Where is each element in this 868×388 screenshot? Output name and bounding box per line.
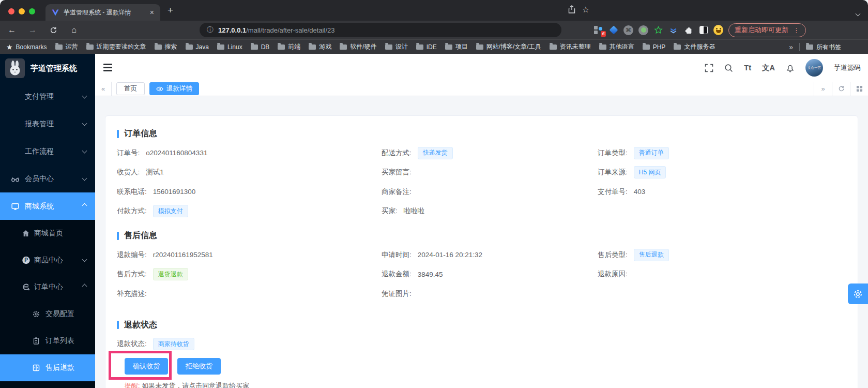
font-size-icon[interactable]: Tt — [744, 64, 751, 72]
browser-tab-title: 芋道管理系统 - 退款详情 — [64, 8, 145, 17]
all-bookmarks-button[interactable]: 所有书签 — [806, 43, 841, 52]
bookmark-folder[interactable]: 设计 — [385, 42, 408, 51]
tag-after-sale-method: 退货退款 — [153, 268, 188, 280]
bookmark-folder[interactable]: 搜索 — [155, 42, 177, 51]
extensions-puzzle-icon[interactable] — [683, 25, 693, 35]
field-pay-method: 付款方式:模拟支付 — [117, 202, 382, 221]
page-tabs-bar: « 首页 退款详情 » — [95, 82, 868, 96]
field-order-source: 订单来源:H5 网页 — [598, 163, 858, 183]
forward-icon[interactable]: → — [25, 21, 40, 39]
bookmark-folder[interactable]: 资讯未整理 — [550, 42, 591, 51]
sidebar-item-after-sale-refund[interactable]: 售后退款 — [0, 354, 95, 381]
bookmark-star-icon[interactable]: ☆ — [579, 0, 592, 19]
tag-after-sale-type: 售后退款 — [634, 249, 669, 261]
bookmark-folder[interactable]: IDE — [416, 43, 437, 51]
reject-receipt-button[interactable]: 拒绝收货 — [177, 358, 221, 375]
share-icon[interactable] — [565, 0, 578, 19]
field-extra-description: 补充描述: — [117, 284, 382, 304]
field-buyer: 买家:啦啦啦 — [382, 202, 598, 221]
browser-tab[interactable]: 芋道管理系统 - 退款详情 × — [45, 4, 160, 21]
tab-close-icon[interactable]: × — [150, 8, 154, 17]
member-glasses-icon — [11, 174, 20, 183]
bookmark-folder[interactable]: 前端 — [278, 42, 300, 51]
sidebar-item-member[interactable]: 会员中心 — [0, 165, 95, 192]
bookmark-folder[interactable]: Linux — [217, 43, 242, 51]
user-name: 芋道源码 — [834, 63, 861, 72]
chevron-up-icon — [82, 284, 87, 289]
bookmark-folder[interactable]: 近期需要读的文章 — [86, 42, 146, 51]
page-content: 订单信息 订单号:o202401160804331 收货人:测试1 联系电话:1… — [95, 96, 868, 388]
field-refund-reason: 退款原因: — [598, 265, 858, 285]
browser-update-button[interactable]: 重新启动即可更新 ⋮ — [728, 23, 806, 37]
window-minimize-button[interactable] — [19, 8, 25, 14]
extension-star-icon[interactable] — [653, 25, 663, 35]
language-icon[interactable]: 文A — [762, 63, 775, 73]
sidebar-item-mall-home[interactable]: 商城首页 — [0, 220, 95, 247]
sidebar-collapse-icon[interactable] — [103, 64, 112, 71]
sidebar-item-order-center[interactable]: 订单中心 — [0, 274, 95, 301]
folder-icon — [309, 44, 316, 50]
extension-layers-icon[interactable] — [668, 25, 678, 35]
sidebar-item-trade-config[interactable]: 交易配置 — [0, 301, 95, 327]
bell-icon[interactable] — [786, 64, 795, 72]
update-label: 重新启动即可更新 — [735, 25, 788, 35]
bookmark-folder[interactable]: Java — [186, 43, 209, 51]
sidebar-item-report[interactable]: 报表管理 — [0, 110, 95, 138]
sidebar-logo[interactable]: 芋道管理系统 — [0, 54, 95, 83]
tabs-refresh-icon[interactable] — [832, 82, 850, 96]
logo-avatar — [5, 58, 25, 78]
extension-kite-icon[interactable] — [608, 25, 618, 35]
tabs-layout-grid-icon[interactable] — [850, 82, 868, 96]
fullscreen-icon[interactable] — [705, 64, 713, 72]
home-icon[interactable]: ⌂ — [66, 21, 82, 39]
tab-search-icon[interactable] — [856, 8, 860, 18]
sidebar: 芋道管理系统 支付管理 报表管理 工作流程 会员中心 商城系统 — [0, 54, 95, 388]
bookmark-folder[interactable]: 项目 — [445, 42, 468, 51]
extension-darkmode-icon[interactable] — [698, 25, 708, 35]
extension-grid-icon[interactable]: 6 — [593, 25, 603, 35]
bookmark-folder[interactable]: 游戏 — [309, 42, 331, 51]
home-icon — [22, 229, 30, 237]
window-zoom-button[interactable] — [29, 8, 35, 14]
bookmark-folder[interactable]: 文件服务器 — [674, 42, 715, 51]
sidebar-item-mall[interactable]: 商城系统 — [0, 192, 95, 220]
new-tab-button[interactable]: + — [167, 5, 173, 16]
address-bar[interactable]: ⓘ 127.0.0.1/mall/trade/after-sale/detail… — [200, 23, 561, 37]
bookmark-folder[interactable]: 软件/硬件 — [340, 42, 376, 51]
page-info-icon[interactable]: ⓘ — [207, 25, 214, 35]
bookmark-folder[interactable]: 运营 — [55, 42, 78, 51]
clipboard-icon — [32, 337, 40, 345]
reload-icon[interactable] — [45, 21, 61, 39]
sidebar-item-workflow[interactable]: 工作流程 — [0, 138, 95, 165]
profile-avatar-emoji[interactable] — [713, 25, 723, 35]
bookmark-folder[interactable]: 其他语言 — [599, 42, 634, 51]
bookmark-folder[interactable]: PHP — [643, 43, 666, 51]
sidebar-item-payment[interactable]: 支付管理 — [0, 83, 95, 110]
confirm-receipt-button[interactable]: 确认收货 — [125, 358, 168, 375]
bookmark-folder[interactable]: 网站/博客/文章/工具 — [476, 42, 541, 51]
sidebar-item-product-center[interactable]: P 商品中心 — [0, 247, 95, 274]
field-delivery-method: 配送方式:快递发货 — [382, 143, 598, 163]
tabs-scroll-left-icon[interactable]: « — [95, 82, 112, 96]
chevron-down-icon — [82, 121, 87, 126]
extension-record-icon[interactable] — [638, 25, 648, 35]
bookmark-folder[interactable]: DB — [251, 43, 270, 51]
search-icon[interactable] — [724, 64, 733, 72]
bookmarks-overflow-chevron[interactable]: » — [789, 43, 793, 51]
back-icon[interactable]: ← — [4, 21, 20, 39]
theme-settings-button[interactable] — [848, 283, 868, 304]
gear-icon — [32, 310, 40, 318]
bookmarks-manager[interactable]: ★Bookmarks — [6, 43, 47, 51]
status-badge: 商家待收货 — [153, 338, 194, 350]
sidebar-item-order-list[interactable]: 订单列表 — [0, 327, 95, 354]
tab-refund-detail[interactable]: 退款详情 — [149, 82, 199, 95]
user-avatar[interactable]: 文心一言 — [805, 59, 823, 77]
tag-order-source: H5 网页 — [634, 166, 666, 178]
window-close-button[interactable] — [8, 8, 14, 14]
browser-menu-icon[interactable]: ⋮ — [793, 26, 800, 34]
tab-home[interactable]: 首页 — [116, 82, 145, 95]
extension-command-icon[interactable]: ⌘ — [623, 25, 633, 35]
tag-pay-method: 模拟支付 — [153, 205, 188, 217]
tag-order-type: 普通订单 — [634, 147, 669, 159]
tabs-scroll-right-icon[interactable]: » — [814, 82, 832, 96]
